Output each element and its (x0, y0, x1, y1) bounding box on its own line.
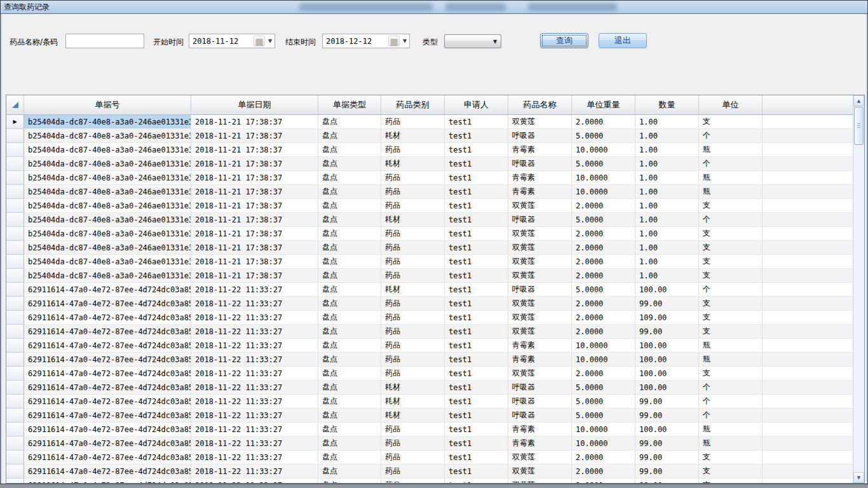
column-header-applicant[interactable]: 申请人 (445, 95, 508, 114)
cell[interactable]: 支 (699, 325, 763, 339)
cell[interactable]: 支 (699, 269, 763, 283)
cell[interactable]: test1 (445, 395, 508, 409)
cell[interactable]: 99.00 (635, 451, 699, 464)
cell[interactable]: 耗材 (381, 409, 445, 423)
cell[interactable]: 双黄莲 (508, 297, 572, 311)
row-header[interactable] (6, 171, 24, 185)
row-header[interactable] (6, 381, 24, 395)
start-date-value[interactable]: 2018-11-12 (189, 37, 254, 46)
cell[interactable]: 呼吸器 (508, 213, 572, 227)
cell[interactable]: 1.00 (635, 241, 699, 255)
table-row[interactable]: 62911614-47a0-4e72-87ee-4d724dc03a852018… (6, 297, 853, 311)
cell[interactable]: 62911614-47a0-4e72-87ee-4d724dc03a85 (24, 395, 191, 409)
cell[interactable]: 2.0000 (572, 227, 635, 241)
cell[interactable]: 药品 (381, 185, 445, 199)
row-header[interactable] (6, 464, 24, 478)
cell[interactable]: 1.00 (635, 213, 699, 227)
cell[interactable]: 支 (699, 199, 763, 213)
cell[interactable]: 个 (699, 381, 763, 395)
cell[interactable]: 耗材 (381, 129, 445, 143)
cell[interactable]: 100.00 (635, 381, 699, 395)
cell[interactable]: 盘点 (318, 283, 381, 297)
cell[interactable]: 2018-11-22 11:33:27 (191, 437, 318, 451)
cell[interactable]: 1.00 (635, 157, 699, 171)
cell[interactable]: 盘点 (318, 423, 381, 437)
cell[interactable]: 青霉素 (508, 339, 572, 353)
cell[interactable]: 瓶 (699, 437, 763, 451)
table-row[interactable]: ▶b25404da-dc87-40e8-a3a0-246ae01331e3201… (6, 115, 853, 129)
type-dropdown[interactable]: ▼ (444, 34, 501, 48)
cell[interactable]: test1 (445, 464, 508, 478)
cell[interactable]: 双黄莲 (508, 115, 572, 129)
cell[interactable]: 盘点 (318, 297, 381, 311)
cell[interactable]: 100.00 (635, 339, 699, 353)
row-header[interactable] (6, 241, 24, 255)
cell[interactable]: 62911614-47a0-4e72-87ee-4d724dc03a85 (24, 437, 191, 451)
cell[interactable]: 药品 (381, 241, 445, 255)
cell[interactable]: 2018-11-22 11:33:27 (191, 339, 318, 353)
table-row[interactable]: 62911614-47a0-4e72-87ee-4d724dc03a852018… (6, 437, 853, 451)
cell[interactable]: 2018-11-22 11:33:27 (191, 381, 318, 395)
cell[interactable]: 个 (699, 395, 763, 409)
drug-name-input[interactable] (65, 34, 144, 48)
row-header[interactable] (6, 157, 24, 171)
cell[interactable]: 双黄莲 (508, 311, 572, 325)
cell[interactable]: 5.0000 (572, 213, 635, 227)
cell[interactable]: 99.00 (635, 325, 699, 339)
cell[interactable]: 药品 (381, 339, 445, 353)
table-row[interactable]: 62911614-47a0-4e72-87ee-4d724dc03a852018… (6, 451, 853, 464)
row-header[interactable] (6, 129, 24, 143)
cell[interactable]: 2.0000 (572, 367, 635, 381)
cell[interactable]: 2018-11-22 11:33:27 (191, 367, 318, 381)
cell[interactable]: 10.0000 (572, 339, 635, 353)
cell[interactable]: test1 (445, 297, 508, 311)
cell[interactable]: 双黄莲 (508, 451, 572, 464)
cell[interactable]: 双黄莲 (508, 241, 572, 255)
cell[interactable]: 1.00 (635, 269, 699, 283)
cell[interactable]: b25404da-dc87-40e8-a3a0-246ae01331e3 (24, 171, 191, 185)
cell[interactable]: 2018-11-21 17:38:37 (191, 269, 318, 283)
cell[interactable]: 支 (699, 297, 763, 311)
cell[interactable]: 5.0000 (572, 129, 635, 143)
cell[interactable]: 瓶 (699, 423, 763, 437)
cell[interactable]: 1.00 (635, 143, 699, 157)
row-header[interactable] (6, 409, 24, 423)
cell[interactable]: test1 (445, 311, 508, 325)
cell[interactable]: 62911614-47a0-4e72-87ee-4d724dc03a85 (24, 423, 191, 437)
cell[interactable]: test1 (445, 255, 508, 269)
cell[interactable]: 2018-11-22 11:33:27 (191, 423, 318, 437)
cell[interactable]: 盘点 (318, 143, 381, 157)
cell[interactable]: 药品 (381, 255, 445, 269)
cell[interactable]: 10.0000 (572, 185, 635, 199)
row-header[interactable] (6, 283, 24, 297)
row-header[interactable] (6, 423, 24, 437)
cell[interactable]: 药品 (381, 478, 445, 483)
cell[interactable]: 2018-11-21 17:38:37 (191, 227, 318, 241)
row-header[interactable] (6, 339, 24, 353)
cell[interactable]: 支 (699, 241, 763, 255)
row-header[interactable] (6, 143, 24, 157)
cell[interactable]: 支 (699, 367, 763, 381)
cell[interactable]: 62911614-47a0-4e72-87ee-4d724dc03a85 (24, 409, 191, 423)
column-header-document-no[interactable]: 单据号 (24, 95, 191, 114)
cell[interactable]: 盘点 (318, 255, 381, 269)
table-row[interactable]: b25404da-dc87-40e8-a3a0-246ae01331e32018… (6, 157, 853, 171)
table-row[interactable]: b25404da-dc87-40e8-a3a0-246ae01331e32018… (6, 185, 853, 199)
cell[interactable]: 青霉素 (508, 171, 572, 185)
cell[interactable]: 支 (699, 451, 763, 464)
cell[interactable]: 药品 (381, 451, 445, 464)
scroll-up-icon[interactable]: ▲ (853, 95, 864, 106)
cell[interactable]: b25404da-dc87-40e8-a3a0-246ae01331e3 (24, 255, 191, 269)
cell[interactable]: b25404da-dc87-40e8-a3a0-246ae01331e3 (24, 115, 191, 129)
cell[interactable]: 瓶 (699, 185, 763, 199)
chevron-down-icon[interactable]: ▼ (266, 38, 275, 44)
cell[interactable]: 2.0000 (572, 325, 635, 339)
cell[interactable]: 2018-11-21 17:38:37 (191, 255, 318, 269)
cell[interactable]: test1 (445, 227, 508, 241)
cell[interactable]: test1 (445, 451, 508, 464)
cell[interactable]: test1 (445, 353, 508, 367)
cell[interactable]: test1 (445, 185, 508, 199)
cell[interactable]: 呼吸器 (508, 129, 572, 143)
scroll-down-icon[interactable]: ▼ (853, 472, 864, 483)
table-row[interactable]: b25404da-dc87-40e8-a3a0-246ae01331e32018… (6, 143, 853, 157)
